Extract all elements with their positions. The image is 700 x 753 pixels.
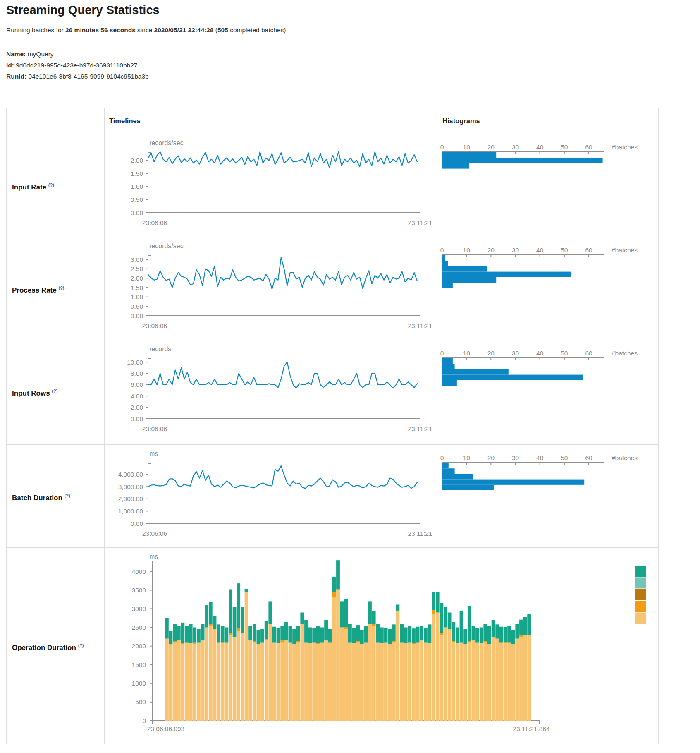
- svg-text:records: records: [149, 345, 171, 353]
- batch-duration-histogram-chart: 0102030405060#batches: [437, 444, 658, 547]
- svg-text:1.50: 1.50: [131, 170, 143, 177]
- query-runid-line: RunId: 04e101e6-8bf8-4165-9099-9104c951b…: [6, 71, 149, 82]
- svg-text:30: 30: [512, 454, 519, 461]
- svg-text:2,000.00: 2,000.00: [118, 495, 143, 502]
- svg-text:3.00: 3.00: [131, 256, 143, 263]
- batch-duration-help-icon[interactable]: (?): [65, 493, 70, 498]
- svg-text:records/sec: records/sec: [149, 139, 184, 146]
- svg-text:50: 50: [561, 350, 568, 357]
- page-title: Streaming Query Statistics: [6, 3, 160, 17]
- svg-text:4.00: 4.00: [131, 393, 143, 400]
- svg-text:23:06:06: 23:06:06: [142, 425, 167, 432]
- svg-text:3,000.00: 3,000.00: [118, 483, 143, 490]
- row-label-batch-duration: Batch Duration (?): [12, 490, 101, 501]
- svg-text:50: 50: [561, 247, 568, 254]
- svg-text:23:11:21: 23:11:21: [408, 322, 432, 329]
- svg-text:20: 20: [487, 454, 495, 461]
- svg-text:30: 30: [512, 350, 519, 357]
- process-rate-help-icon[interactable]: (?): [58, 285, 64, 290]
- column-header-histograms: Histograms: [442, 108, 480, 134]
- svg-text:60: 60: [585, 454, 592, 461]
- legend-swatch: [635, 566, 646, 577]
- svg-text:4,000.00: 4,000.00: [118, 471, 143, 478]
- query-id-line: Id: 9d0dd219-995d-423e-b97d-36931110bb27: [6, 60, 149, 71]
- process-rate-histogram-chart: 0102030405060#batches: [437, 237, 658, 339]
- svg-text:1.50: 1.50: [131, 284, 143, 291]
- svg-text:23:06:06: 23:06:06: [142, 219, 167, 226]
- svg-text:23:11:21.864: 23:11:21.864: [513, 725, 550, 732]
- row-label-input-rows: Input Rows (?): [12, 386, 101, 396]
- query-name-line: Name: myQuery: [6, 48, 149, 60]
- svg-text:2000: 2000: [132, 643, 146, 650]
- legend-swatch: [635, 577, 646, 588]
- svg-text:10.00: 10.00: [127, 359, 143, 366]
- svg-text:#batches: #batches: [612, 144, 638, 151]
- svg-text:50: 50: [561, 144, 568, 151]
- input-rows-histogram-chart: 0102030405060#batches: [437, 340, 658, 442]
- svg-text:60: 60: [585, 247, 592, 254]
- query-metadata: Name: myQuery Id: 9d0dd219-995d-423e-b97…: [6, 48, 149, 82]
- row-label-input-rate: Input Rate (?): [12, 180, 101, 190]
- query-name-value: myQuery: [28, 50, 54, 58]
- query-id-label: Id:: [6, 62, 14, 69]
- svg-text:4000: 4000: [132, 568, 146, 575]
- svg-text:40: 40: [536, 350, 544, 357]
- svg-text:50: 50: [561, 454, 568, 461]
- svg-text:60: 60: [585, 350, 592, 357]
- legend-swatch: [635, 589, 646, 600]
- running-suffix: completed batches): [228, 26, 286, 34]
- svg-text:0: 0: [142, 717, 146, 724]
- svg-text:40: 40: [536, 247, 544, 254]
- svg-text:2.00: 2.00: [131, 404, 143, 411]
- svg-text:0.50: 0.50: [131, 303, 143, 310]
- svg-text:2.00: 2.00: [131, 275, 143, 282]
- svg-text:40: 40: [536, 144, 544, 151]
- running-prefix: Running batches for: [6, 26, 65, 34]
- svg-text:23:11:21: 23:11:21: [408, 425, 432, 432]
- svg-text:10: 10: [463, 454, 471, 461]
- svg-text:records/sec: records/sec: [149, 242, 184, 249]
- running-start-time: 2020/05/21 22:44:28: [154, 26, 214, 34]
- running-batches-summary: Running batches for 26 minutes 56 second…: [6, 26, 286, 34]
- svg-text:30: 30: [512, 247, 519, 254]
- svg-text:30: 30: [512, 144, 519, 151]
- svg-text:#batches: #batches: [612, 350, 638, 357]
- svg-text:23:11:21: 23:11:21: [408, 530, 432, 537]
- svg-text:500: 500: [135, 698, 146, 705]
- statistics-table: Timelines Histograms Input Rate (?) Proc…: [6, 108, 659, 744]
- svg-text:23:06:06: 23:06:06: [142, 322, 167, 329]
- row-label-operation-duration: Operation Duration (?): [12, 640, 101, 651]
- svg-text:10: 10: [463, 144, 471, 151]
- svg-text:2500: 2500: [132, 624, 146, 631]
- input-rate-help-icon[interactable]: (?): [48, 182, 54, 187]
- running-duration: 26 minutes 56 seconds: [65, 26, 136, 34]
- svg-text:1.00: 1.00: [131, 293, 143, 300]
- completed-batches-count: 505: [217, 26, 228, 34]
- svg-text:0: 0: [440, 144, 444, 151]
- svg-text:0.50: 0.50: [131, 196, 143, 203]
- input-rate-histogram-chart: 0102030405060#batches: [437, 134, 658, 236]
- svg-text:0: 0: [440, 454, 444, 461]
- svg-text:3000: 3000: [132, 605, 146, 612]
- input-rows-help-icon[interactable]: (?): [52, 388, 57, 393]
- svg-text:8.00: 8.00: [131, 370, 143, 377]
- query-id-value: 9d0dd219-995d-423e-b97d-36931110bb27: [16, 62, 137, 69]
- svg-text:2.50: 2.50: [131, 265, 143, 272]
- query-name-label: Name:: [6, 50, 26, 58]
- svg-text:2.00: 2.00: [131, 157, 143, 164]
- column-header-timelines: Timelines: [109, 108, 141, 134]
- svg-text:20: 20: [487, 350, 495, 357]
- running-paren: (: [214, 26, 217, 34]
- svg-text:0: 0: [440, 247, 444, 254]
- svg-text:ms: ms: [149, 553, 158, 560]
- svg-text:60: 60: [585, 144, 592, 151]
- svg-text:6.00: 6.00: [131, 381, 143, 388]
- svg-text:0.00: 0.00: [131, 415, 143, 422]
- svg-text:1000: 1000: [132, 680, 146, 687]
- legend-swatch: [635, 601, 646, 612]
- svg-text:23:06:06: 23:06:06: [142, 530, 167, 537]
- operation-duration-help-icon[interactable]: (?): [78, 643, 84, 648]
- svg-text:#batches: #batches: [612, 247, 638, 254]
- svg-text:3500: 3500: [132, 587, 146, 594]
- legend-swatch: [635, 613, 646, 624]
